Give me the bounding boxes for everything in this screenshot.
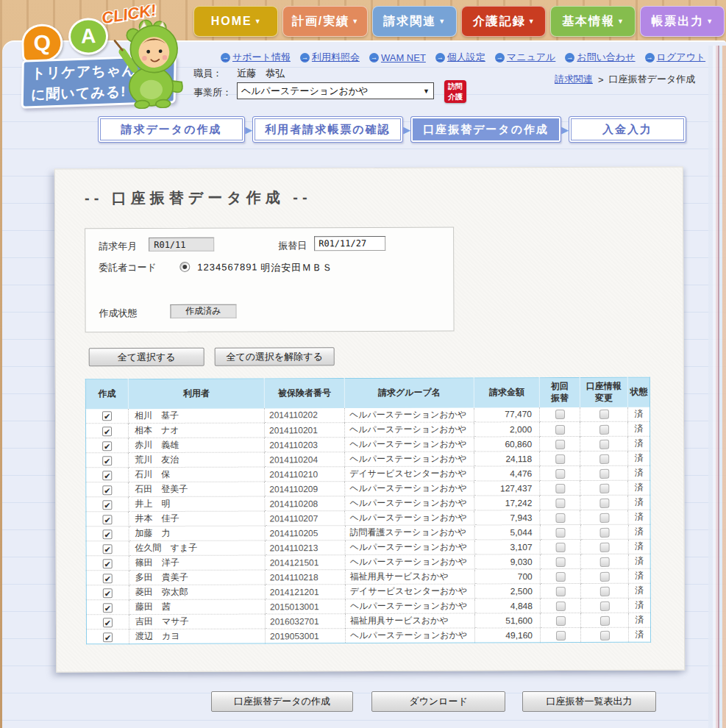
create-transfer-data-button[interactable]: 口座振替データの作成 [211, 691, 353, 712]
account-change-checkbox[interactable] [600, 631, 610, 640]
mascot-banner[interactable]: CLICK! ✳ Q A and トリケアちゃん に聞いてみる! [7, 0, 191, 113]
account-change-checkbox[interactable] [599, 440, 609, 449]
transfer-date-input[interactable] [314, 236, 385, 251]
first-transfer-checkbox[interactable] [555, 410, 564, 419]
transfer-date-label: 振替日 [278, 239, 307, 252]
first-transfer-checkbox[interactable] [555, 469, 565, 479]
download-button[interactable]: ダウンロード [371, 691, 505, 712]
first-transfer-cell [540, 613, 580, 628]
chevron-down-icon: ▼ [423, 88, 430, 95]
first-transfer-checkbox[interactable] [555, 425, 565, 435]
nav-plan-results[interactable]: 計画/実績▼ [282, 6, 367, 37]
consignor-radio[interactable] [179, 262, 190, 272]
insured-number-cell: 2016032701 [265, 614, 345, 629]
workflow-step-4[interactable]: 入金入力 [569, 116, 686, 143]
first-transfer-checkbox[interactable] [555, 454, 565, 464]
circle-arrow-icon: → [369, 53, 379, 63]
account-change-checkbox[interactable] [599, 602, 609, 611]
nav-care-record[interactable]: 介護記録▼ [461, 6, 546, 37]
first-transfer-checkbox[interactable] [555, 602, 565, 611]
nav-label-home: HOME [211, 15, 252, 28]
quick-link-1[interactable]: →サポート情報 [221, 51, 291, 64]
create-cell: ✔ [86, 541, 129, 556]
account-change-cell [580, 627, 628, 642]
account-change-checkbox[interactable] [599, 410, 608, 419]
office-select[interactable]: ヘルパーステーションおかや ▼ [237, 82, 434, 99]
account-change-checkbox[interactable] [599, 454, 609, 464]
first-transfer-checkbox[interactable] [555, 440, 565, 449]
first-transfer-checkbox[interactable] [555, 572, 565, 582]
deselect-all-button[interactable]: 全ての選択を解除する [215, 347, 335, 366]
row-create-checkbox[interactable]: ✔ [103, 618, 113, 627]
first-transfer-checkbox[interactable] [555, 616, 565, 626]
workflow-step-1[interactable]: 請求データの作成 [98, 116, 245, 143]
row-create-checkbox[interactable]: ✔ [102, 485, 112, 495]
row-create-checkbox[interactable]: ✔ [102, 412, 112, 421]
quick-link-5[interactable]: →マニュアル [495, 51, 556, 64]
first-transfer-checkbox[interactable] [555, 587, 565, 596]
quick-link-3[interactable]: →WAM NET [369, 51, 426, 64]
account-change-checkbox[interactable] [599, 587, 609, 596]
row-create-checkbox[interactable]: ✔ [102, 456, 112, 465]
user-name-cell: 井上 明 [129, 496, 265, 512]
quick-link-7[interactable]: →ログアウト [645, 51, 706, 64]
first-transfer-checkbox[interactable] [556, 631, 566, 640]
transfer-list-output-button[interactable]: 口座振替一覧表出力 [522, 691, 656, 712]
quick-link-6[interactable]: →お問い合わせ [565, 51, 635, 64]
nav-billing[interactable]: 請求関連▼ [372, 6, 457, 37]
account-change-checkbox[interactable] [599, 528, 609, 538]
account-change-checkbox[interactable] [599, 557, 609, 567]
row-create-checkbox[interactable]: ✔ [102, 427, 112, 436]
account-change-checkbox[interactable] [599, 572, 609, 582]
row-create-checkbox[interactable]: ✔ [103, 632, 113, 642]
account-change-checkbox[interactable] [599, 513, 609, 523]
first-transfer-checkbox[interactable] [555, 557, 565, 567]
row-create-checkbox[interactable]: ✔ [103, 603, 113, 613]
book-page-edges [708, 46, 726, 728]
table-row: ✔赤川 義雄2014110203ヘルパーステーションおかや60,860済 [86, 436, 650, 453]
row-create-checkbox[interactable]: ✔ [103, 559, 113, 568]
first-transfer-cell [540, 437, 580, 452]
create-cell: ✔ [86, 556, 129, 571]
account-change-checkbox[interactable] [599, 469, 609, 479]
account-change-checkbox[interactable] [599, 616, 609, 626]
insured-number-cell: 2014110210 [265, 467, 345, 482]
row-create-checkbox[interactable]: ✔ [103, 588, 113, 598]
account-change-checkbox[interactable] [599, 425, 609, 435]
first-transfer-checkbox[interactable] [555, 543, 565, 552]
quick-link-4[interactable]: →個人設定 [435, 51, 485, 64]
billing-amount-cell: 700 [474, 569, 540, 584]
first-transfer-checkbox[interactable] [555, 499, 565, 508]
account-change-checkbox[interactable] [599, 543, 609, 552]
status-cell: 済 [628, 598, 650, 613]
row-create-checkbox[interactable]: ✔ [102, 441, 112, 451]
account-change-checkbox[interactable] [599, 484, 609, 493]
row-create-checkbox[interactable]: ✔ [103, 544, 113, 554]
user-name-cell: 赤川 義雄 [129, 438, 265, 453]
first-transfer-checkbox[interactable] [555, 513, 565, 523]
row-create-checkbox[interactable]: ✔ [103, 574, 113, 583]
breadcrumb-link[interactable]: 請求関連 [555, 73, 593, 86]
select-all-button[interactable]: 全て選択する [89, 348, 204, 367]
insured-number-cell: 2014110207 [265, 511, 345, 526]
first-transfer-checkbox[interactable] [555, 528, 565, 538]
row-create-checkbox[interactable]: ✔ [102, 471, 112, 480]
billing-amount-cell: 77,470 [474, 407, 539, 422]
row-create-checkbox[interactable]: ✔ [103, 529, 113, 539]
first-transfer-checkbox[interactable] [555, 484, 565, 493]
status-cell: 済 [628, 480, 650, 495]
account-change-checkbox[interactable] [599, 499, 609, 508]
step-arrow-icon: ▶ [245, 124, 252, 135]
user-name-cell: 相本 ナオ [129, 423, 265, 438]
nav-report-output[interactable]: 帳票出力▼ [640, 6, 725, 37]
nav-home[interactable]: HOME▼ [193, 6, 278, 37]
status-cell: 済 [628, 510, 650, 524]
workflow-step-2[interactable]: 利用者請求帳票の確認 [252, 116, 403, 143]
billing-group-cell: ヘルパーステーションおかや [344, 407, 474, 423]
row-create-checkbox[interactable]: ✔ [102, 500, 112, 510]
nav-basic-info[interactable]: 基本情報▼ [550, 6, 635, 37]
quick-link-2[interactable]: →利用料照会 [300, 51, 360, 64]
workflow-step-3[interactable]: 口座振替データの作成 [410, 116, 561, 143]
row-create-checkbox[interactable]: ✔ [102, 515, 112, 524]
billing-amount-cell: 17,242 [474, 496, 540, 510]
